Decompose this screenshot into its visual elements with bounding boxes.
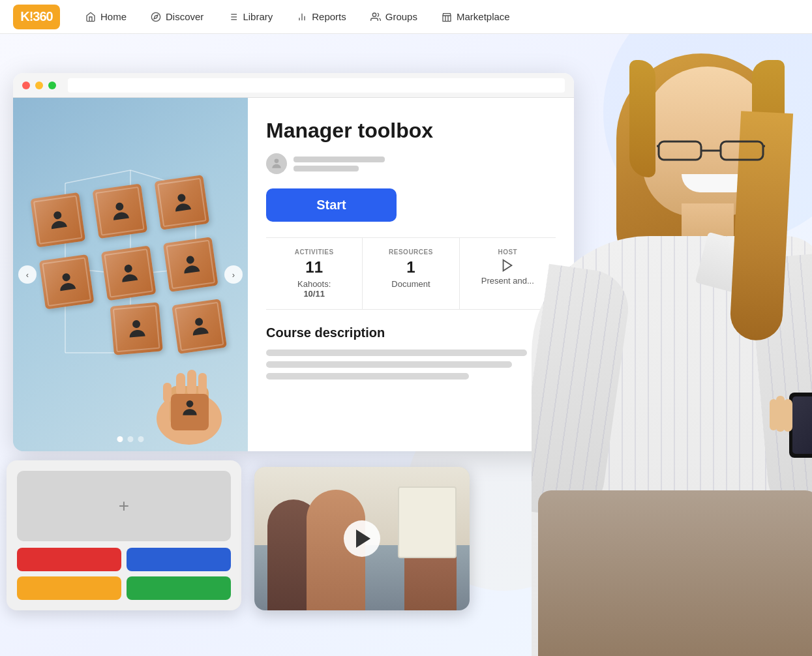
browser-close-btn[interactable] bbox=[22, 82, 30, 89]
wood-block-9 bbox=[172, 299, 227, 354]
course-title: Manager toolbox bbox=[266, 119, 556, 143]
kahoot-card: + bbox=[7, 460, 241, 610]
finger-3 bbox=[770, 399, 777, 430]
person-icon-6 bbox=[177, 251, 204, 278]
person-icon-4 bbox=[53, 269, 80, 295]
kahoot-btn-red[interactable] bbox=[17, 548, 121, 571]
svg-point-0 bbox=[151, 12, 160, 21]
course-image-panel: ‹ › bbox=[13, 98, 248, 451]
host-sub: Present and... bbox=[468, 276, 548, 286]
svg-rect-35 bbox=[163, 383, 172, 402]
plus-icon: + bbox=[119, 496, 129, 516]
nav-reports-label: Reports bbox=[312, 11, 346, 22]
image-nav-right[interactable]: › bbox=[224, 265, 243, 284]
stat-resources: RESOURCES 1 Document bbox=[363, 238, 459, 309]
stat-activities: ACTIVITIES 11 Kahoots: 10/11 bbox=[266, 238, 363, 309]
author-line-1 bbox=[293, 157, 385, 162]
svg-point-38 bbox=[275, 159, 279, 164]
wood-block-8 bbox=[110, 302, 163, 355]
person-icon-3 bbox=[169, 189, 196, 216]
hand-phone bbox=[779, 386, 812, 464]
nav-home-label: Home bbox=[100, 11, 127, 22]
svg-rect-34 bbox=[198, 373, 207, 396]
desc-line-3 bbox=[266, 373, 469, 380]
kahoot-buttons bbox=[17, 548, 231, 600]
library-icon bbox=[227, 11, 239, 23]
author-avatar bbox=[266, 153, 287, 174]
hand-svg bbox=[143, 360, 235, 445]
resources-label: RESOURCES bbox=[370, 248, 451, 256]
kahoot-image-area: + bbox=[17, 471, 231, 541]
bg-decoration-1 bbox=[603, 34, 812, 243]
svg-point-25 bbox=[61, 273, 70, 282]
phone-screen bbox=[792, 396, 812, 454]
host-label: HOST bbox=[468, 248, 548, 256]
discover-icon bbox=[150, 11, 162, 23]
browser-maximize-btn[interactable] bbox=[48, 82, 56, 89]
kahoot-btn-green[interactable] bbox=[127, 576, 231, 600]
svg-point-11 bbox=[372, 13, 376, 16]
person-icon-9 bbox=[186, 313, 213, 340]
finger-2 bbox=[776, 396, 785, 432]
resources-sub: Document bbox=[370, 279, 451, 289]
image-dot-1[interactable] bbox=[117, 436, 123, 442]
nav-library[interactable]: Library bbox=[218, 7, 282, 27]
browser-minimize-btn[interactable] bbox=[35, 82, 43, 89]
logo[interactable]: K!360 bbox=[13, 5, 60, 29]
kahoot-btn-yellow[interactable] bbox=[17, 576, 121, 600]
author-lines bbox=[293, 157, 385, 171]
person-icon-8 bbox=[124, 316, 149, 342]
svg-point-27 bbox=[185, 255, 194, 264]
wood-block-1 bbox=[30, 192, 85, 248]
groups-icon bbox=[370, 11, 382, 23]
browser-url-bar[interactable] bbox=[68, 78, 565, 93]
avatar-icon bbox=[270, 157, 283, 170]
svg-point-24 bbox=[177, 193, 186, 202]
course-details: Manager toolbox Start bbox=[248, 98, 574, 451]
image-nav-left[interactable]: ‹ bbox=[18, 265, 37, 284]
play-button-overlay[interactable] bbox=[344, 520, 380, 557]
browser-window: ‹ › Manager toolbox bbox=[13, 73, 574, 451]
course-image-bg bbox=[13, 98, 248, 451]
start-button[interactable]: Start bbox=[266, 188, 397, 222]
person-icon-5 bbox=[115, 260, 142, 287]
browser-chrome bbox=[13, 73, 574, 98]
resources-value: 1 bbox=[370, 258, 451, 276]
arm-right-stripes bbox=[749, 253, 812, 520]
stat-host: HOST Present and... bbox=[460, 238, 556, 309]
nav-groups[interactable]: Groups bbox=[361, 7, 427, 27]
person-icon-1 bbox=[44, 207, 71, 233]
svg-rect-32 bbox=[176, 373, 185, 396]
svg-marker-39 bbox=[504, 260, 512, 271]
phone bbox=[789, 393, 812, 458]
wood-block-placeholder bbox=[48, 316, 103, 372]
reports-icon bbox=[296, 11, 308, 23]
wood-block-2 bbox=[92, 183, 147, 239]
wood-block-5 bbox=[101, 246, 157, 301]
play-icon bbox=[500, 258, 515, 273]
kahoot-btn-blue[interactable] bbox=[127, 548, 231, 571]
image-dot-2[interactable] bbox=[128, 436, 134, 442]
image-dot-3[interactable] bbox=[138, 436, 144, 442]
marketplace-icon bbox=[441, 11, 453, 23]
arm-right bbox=[749, 253, 812, 520]
nav-discover[interactable]: Discover bbox=[141, 7, 213, 27]
nav-reports[interactable]: Reports bbox=[287, 7, 355, 27]
nav-library-label: Library bbox=[243, 11, 273, 22]
desc-line-1 bbox=[266, 350, 527, 356]
wood-block-4 bbox=[39, 254, 95, 310]
nav-home[interactable]: Home bbox=[76, 7, 136, 27]
host-play-icon bbox=[468, 258, 548, 276]
author-row bbox=[266, 153, 556, 174]
play-triangle bbox=[356, 529, 370, 548]
activities-sub: Kahoots: 10/11 bbox=[274, 279, 354, 299]
svg-point-28 bbox=[132, 320, 140, 328]
video-card[interactable] bbox=[254, 467, 470, 610]
svg-marker-1 bbox=[154, 15, 158, 19]
navigation-bar: K!360 Home Discover Library Reports Grou… bbox=[0, 0, 812, 34]
image-dots bbox=[117, 436, 144, 442]
nav-marketplace[interactable]: Marketplace bbox=[432, 7, 519, 27]
author-line-2 bbox=[293, 166, 359, 171]
svg-point-26 bbox=[123, 264, 132, 273]
home-icon bbox=[85, 11, 97, 23]
